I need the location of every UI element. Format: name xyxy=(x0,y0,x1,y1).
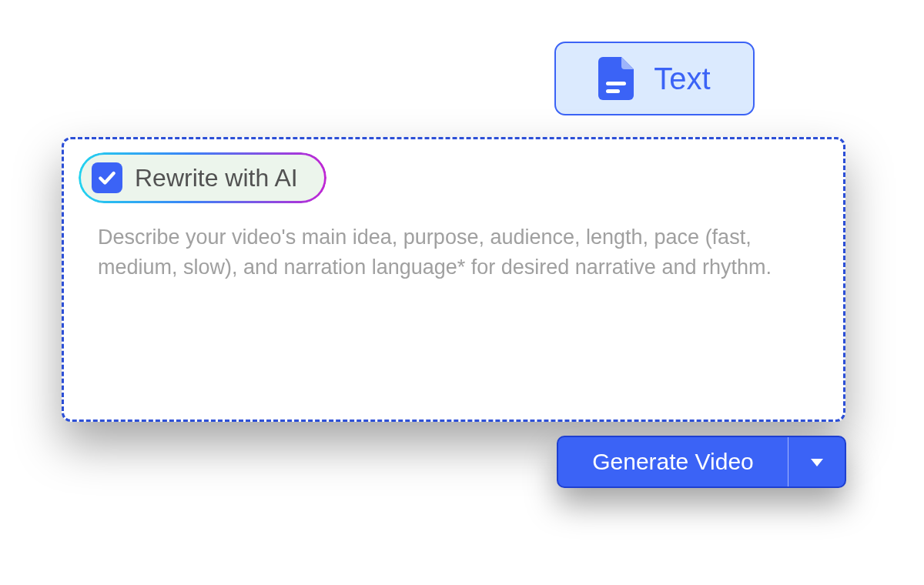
chevron-down-icon xyxy=(808,453,826,471)
prompt-panel: Rewrite with AI Describe your video's ma… xyxy=(62,137,845,422)
rewrite-with-ai-toggle[interactable]: Rewrite with AI xyxy=(81,155,324,201)
text-tab[interactable]: Text xyxy=(554,42,755,115)
generate-video-button[interactable]: Generate Video xyxy=(557,436,846,488)
check-icon xyxy=(97,168,117,188)
generate-video-dropdown[interactable] xyxy=(788,437,845,486)
document-icon xyxy=(598,57,634,100)
generate-video-label[interactable]: Generate Video xyxy=(558,437,788,486)
prompt-input[interactable]: Describe your video's main idea, purpose… xyxy=(98,222,808,282)
svg-rect-0 xyxy=(606,82,626,85)
rewrite-label: Rewrite with AI xyxy=(135,164,298,192)
rewrite-checkbox[interactable] xyxy=(92,162,122,193)
text-tab-label: Text xyxy=(654,62,710,96)
svg-rect-1 xyxy=(606,89,620,93)
